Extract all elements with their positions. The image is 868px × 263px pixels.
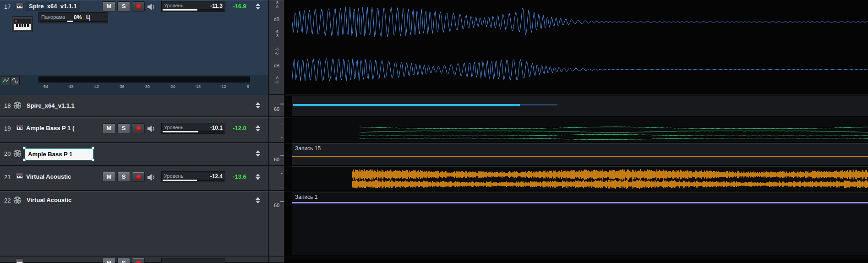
- audio-waveform-item[interactable]: [285, 0, 868, 95]
- track-number: 22: [4, 197, 11, 204]
- track-row-18[interactable]: 18 Spire_x64_v1.1.1: [0, 95, 268, 117]
- track-height-toggle[interactable]: [255, 2, 261, 11]
- track-control-panel: 17 Spire_x64_v1.1.1 M S Уровень -11.3 -1…: [0, 0, 268, 263]
- track-row-19[interactable]: 19 Ample Bass P 1 ( M S Уровень -10.1 -1…: [0, 117, 268, 143]
- midi-note-bar[interactable]: [292, 156, 868, 157]
- selection-handle[interactable]: [23, 159, 26, 161]
- lane-track-18[interactable]: [285, 95, 868, 117]
- track-number: 17: [4, 3, 11, 10]
- midi-item[interactable]: Запись 15: [292, 143, 868, 165]
- automation-mode-icon[interactable]: [1, 76, 10, 85]
- pan-thumb: [67, 21, 73, 22]
- arrange-area[interactable]: Запись 15 Запись 1: [285, 0, 868, 263]
- track-number: 21: [4, 174, 11, 181]
- fader-track: [163, 9, 224, 11]
- track-name[interactable]: Ample Bass P 1 (: [26, 125, 74, 132]
- track-name[interactable]: Virtual Acoustic: [27, 197, 71, 203]
- lane-track-17[interactable]: [285, 0, 868, 95]
- piano-icon[interactable]: [12, 16, 33, 32]
- track-row-23[interactable]: M S: [0, 257, 268, 263]
- midi-note-bar[interactable]: [520, 104, 557, 105]
- mute-button[interactable]: M: [103, 1, 115, 11]
- ruler-track-22: 60: [269, 191, 284, 257]
- ruler-track-18: 60: [269, 95, 284, 117]
- meter-section: -54-48-42-36-30-24-18-12-6: [0, 75, 268, 95]
- instrument-icon[interactable]: [16, 258, 24, 263]
- selection-handle[interactable]: [92, 159, 94, 161]
- ruler-track-23: [269, 257, 284, 263]
- ruler-track-19: - -: [269, 117, 284, 143]
- track-height-toggle[interactable]: [255, 124, 261, 132]
- peak-readout: -12.0: [228, 125, 251, 132]
- track-row-21[interactable]: 21 Virtual Acoustic M S Уровень -12.4 -1…: [0, 166, 268, 191]
- midi-din-icon: [13, 101, 22, 112]
- pan-label: Панорама: [41, 14, 65, 20]
- track-height-toggle[interactable]: [255, 101, 261, 110]
- midi-item[interactable]: Запись 1: [292, 192, 868, 255]
- record-dot-icon: [136, 261, 141, 263]
- record-arm-button[interactable]: [132, 123, 145, 133]
- lane-track-19[interactable]: [285, 117, 868, 143]
- audio-waveform-item: [285, 117, 868, 143]
- track-name[interactable]: Virtual Acoustic: [26, 173, 71, 180]
- pan-center-mark: Ц: [86, 14, 90, 21]
- instrument-icon[interactable]: [16, 124, 24, 132]
- solo-button[interactable]: S: [117, 1, 130, 11]
- volume-value: -10.1: [210, 125, 223, 131]
- midi-note-bar[interactable]: [292, 202, 868, 203]
- track-height-toggle[interactable]: [255, 149, 261, 158]
- volume-fader[interactable]: [161, 258, 225, 263]
- output-meter[interactable]: [38, 77, 250, 82]
- lane-track-21[interactable]: [285, 166, 868, 191]
- track-height-toggle[interactable]: [255, 173, 261, 181]
- volume-label: Уровень: [164, 3, 183, 8]
- pan-track: [40, 21, 107, 22]
- solo-button[interactable]: S: [117, 172, 130, 182]
- track-name[interactable]: Spire_x64_v1.1.1: [26, 2, 80, 11]
- instrument-icon[interactable]: [16, 3, 24, 11]
- record-arm-button[interactable]: [132, 1, 145, 11]
- monitor-icon[interactable]: [147, 3, 157, 12]
- track-row-22[interactable]: 22 Virtual Acoustic: [0, 191, 268, 257]
- volume-value: -12.4: [210, 173, 223, 180]
- solo-button[interactable]: S: [117, 123, 130, 133]
- volume-label: Уровень: [164, 173, 183, 179]
- peak-readout: -13.6: [228, 173, 251, 180]
- volume-value: -11.3: [210, 3, 223, 9]
- lane-track-22[interactable]: Запись 1: [285, 191, 868, 257]
- record-arm-button[interactable]: [132, 258, 145, 263]
- solo-button[interactable]: S: [117, 258, 130, 263]
- track-name-edit-field[interactable]: Ample Bass P 1: [25, 148, 93, 160]
- track-number: 19: [4, 125, 11, 132]
- item-name: Запись 15: [295, 145, 321, 152]
- selection-handle[interactable]: [23, 147, 26, 149]
- track-height-toggle[interactable]: [255, 196, 261, 204]
- volume-fader[interactable]: Уровень -10.1: [161, 123, 225, 134]
- mute-button[interactable]: M: [103, 172, 115, 182]
- record-arm-button[interactable]: [132, 172, 145, 182]
- volume-fader[interactable]: Уровень -12.4: [161, 171, 225, 182]
- lane-track-20[interactable]: Запись 15: [285, 143, 868, 166]
- mute-button[interactable]: M: [103, 123, 115, 133]
- track-name[interactable]: Spire_x64_v1.1.1: [27, 102, 75, 109]
- midi-note-bar[interactable]: [293, 104, 520, 106]
- daw-arrange-window: 17 Spire_x64_v1.1.1 M S Уровень -11.3 -1…: [0, 0, 868, 263]
- lane-track-23[interactable]: [285, 257, 868, 263]
- record-dot-icon: [136, 175, 141, 180]
- selection-handle[interactable]: [92, 147, 94, 149]
- midi-item[interactable]: [292, 96, 868, 116]
- pan-control[interactable]: Панорама 0% Ц: [38, 12, 108, 23]
- track-row-17[interactable]: 17 Spire_x64_v1.1.1 M S Уровень -11.3 -1…: [0, 0, 268, 95]
- audio-waveform-item: [285, 166, 868, 191]
- volume-fader[interactable]: Уровень -11.3: [161, 1, 225, 12]
- record-dot-icon: [136, 126, 141, 131]
- monitor-icon[interactable]: [147, 174, 157, 183]
- track-number: 18: [4, 102, 11, 109]
- pan-value: 0%: [74, 14, 82, 21]
- midi-din-icon: [13, 149, 22, 160]
- monitor-icon[interactable]: [147, 125, 157, 134]
- envelope-icon[interactable]: [11, 76, 20, 85]
- instrument-icon[interactable]: [16, 173, 24, 181]
- track-row-20[interactable]: 20 Ample Bass P 1: [0, 143, 268, 166]
- mute-button[interactable]: M: [103, 258, 115, 263]
